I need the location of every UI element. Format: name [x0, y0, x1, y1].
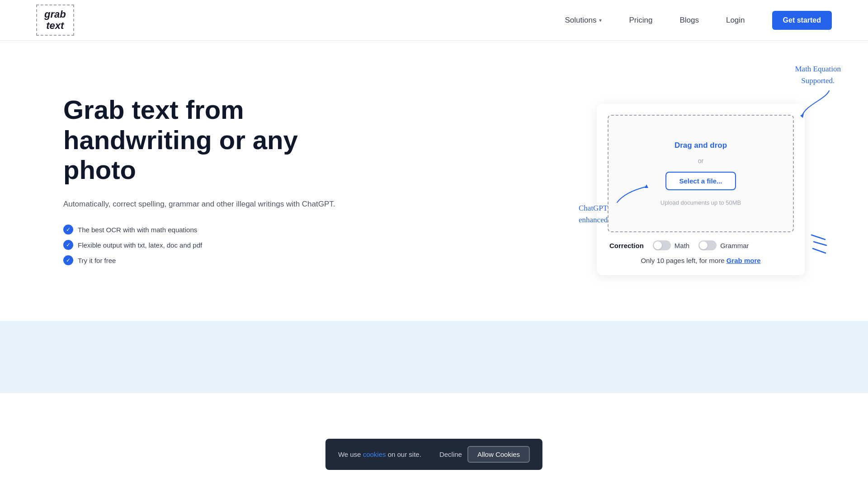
- svg-line-2: [811, 235, 825, 239]
- decline-button[interactable]: Decline: [439, 446, 462, 463]
- math-arrow-icon: [797, 86, 838, 118]
- navbar: grab text Solutions ▾ Pricing Blogs Logi…: [0, 0, 868, 41]
- bottom-section: [0, 321, 868, 393]
- drop-zone[interactable]: Drag and drop or Select a file... Upload…: [608, 115, 794, 232]
- hero-right: Math EquationSupported. ChatGPTenhanced: [597, 77, 805, 275]
- nav-blogs[interactable]: Blogs: [679, 16, 699, 25]
- grab-more-link[interactable]: Grab more: [726, 257, 761, 264]
- math-toggle-group: Math: [653, 240, 689, 250]
- grammar-label: Grammar: [720, 242, 749, 249]
- list-item: ✓ Flexible output with txt, latex, doc a…: [63, 240, 371, 250]
- cookies-link[interactable]: cookies: [363, 450, 386, 458]
- logo-line1: grab: [44, 9, 66, 20]
- hero-section: Grab text from handwriting or any photo …: [0, 41, 868, 321]
- nav-solutions[interactable]: Solutions ▾: [565, 16, 602, 25]
- feature-text-1: The best OCR with with math equations: [78, 226, 197, 234]
- nav-login[interactable]: Login: [726, 16, 745, 25]
- allow-cookies-button[interactable]: Allow Cookies: [467, 446, 530, 463]
- upload-hint: Upload documents up to 50MB: [660, 199, 741, 206]
- hero-subtitle: Automatically, correct spelling, grammar…: [63, 198, 371, 210]
- feature-text-3: Try it for free: [78, 257, 116, 264]
- feature-text-2: Flexible output with txt, latex, doc and…: [78, 241, 202, 249]
- select-file-button[interactable]: Select a file...: [665, 172, 736, 190]
- svg-marker-0: [800, 113, 804, 118]
- chatgpt-annotation: ChatGPTenhanced: [579, 202, 608, 225]
- or-text: or: [698, 157, 703, 164]
- drag-drop-text: Drag and drop: [675, 141, 727, 150]
- decorative-lines-icon: [809, 233, 827, 257]
- cookie-banner: We use cookies on our site. Decline Allo…: [326, 439, 542, 470]
- chevron-down-icon: ▾: [599, 17, 602, 23]
- check-icon: ✓: [63, 255, 73, 265]
- list-item: ✓ Try it for free: [63, 255, 371, 265]
- cookie-actions: Decline Allow Cookies: [439, 446, 530, 463]
- logo-line2: text: [46, 20, 64, 31]
- hero-left: Grab text from handwriting or any photo …: [63, 77, 371, 265]
- check-icon: ✓: [63, 240, 73, 250]
- logo[interactable]: grab text: [36, 5, 74, 35]
- nav-links: Solutions ▾ Pricing Blogs Login Get star…: [565, 11, 832, 30]
- math-toggle[interactable]: [653, 240, 671, 250]
- svg-line-4: [813, 249, 826, 253]
- feature-list: ✓ The best OCR with with math equations …: [63, 225, 371, 265]
- math-label: Math: [675, 242, 689, 249]
- get-started-button[interactable]: Get started: [772, 11, 832, 30]
- svg-line-3: [814, 242, 826, 245]
- hero-title: Grab text from handwriting or any photo: [63, 95, 371, 185]
- pages-left: Only 10 pages left, for more Grab more: [608, 257, 794, 264]
- svg-marker-1: [645, 184, 648, 188]
- cookie-text: We use cookies on our site.: [338, 450, 421, 458]
- grammar-toggle[interactable]: [698, 240, 717, 250]
- math-equation-annotation: Math EquationSupported.: [795, 63, 841, 118]
- toggle-row: Correction Math Grammar: [608, 240, 794, 250]
- nav-pricing[interactable]: Pricing: [629, 16, 652, 25]
- grammar-toggle-group: Grammar: [698, 240, 749, 250]
- check-icon: ✓: [63, 225, 73, 235]
- correction-label: Correction: [609, 242, 644, 249]
- chatgpt-arrow-icon: [615, 184, 651, 207]
- list-item: ✓ The best OCR with with math equations: [63, 225, 371, 235]
